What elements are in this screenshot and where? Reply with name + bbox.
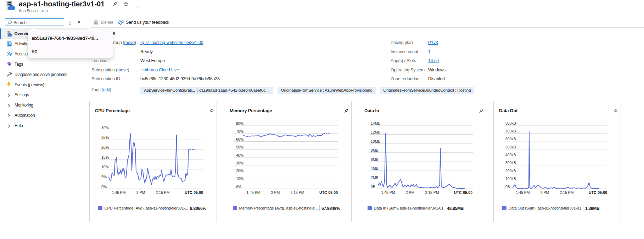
svg-text:2:15 PM: 2:15 PM — [425, 190, 439, 195]
svg-text:0B: 0B — [371, 185, 375, 189]
svg-text:UTC-05:00: UTC-05:00 — [589, 190, 607, 195]
svg-text:40%: 40% — [236, 153, 243, 157]
svg-text:600kB: 600kB — [505, 137, 516, 141]
svg-text:1:45 PM: 1:45 PM — [381, 190, 395, 195]
svg-text:4MB: 4MB — [371, 166, 379, 170]
svg-text:1:45 PM: 1:45 PM — [112, 190, 125, 195]
svg-text:0%: 0% — [101, 185, 107, 189]
svg-text:50%: 50% — [236, 145, 243, 149]
svg-text:30%: 30% — [101, 126, 109, 130]
svg-text:2MB: 2MB — [371, 175, 379, 180]
svg-text:2:15 PM: 2:15 PM — [290, 190, 304, 195]
svg-text:5%: 5% — [101, 175, 107, 179]
svg-text:2:15 PM: 2:15 PM — [156, 190, 169, 195]
svg-text:10%: 10% — [236, 176, 243, 181]
svg-text:10%: 10% — [101, 165, 109, 169]
svg-text:20%: 20% — [101, 145, 109, 150]
svg-text:14MB: 14MB — [371, 121, 380, 125]
svg-text:20%: 20% — [236, 169, 243, 173]
svg-text:1:45 PM: 1:45 PM — [516, 190, 530, 195]
svg-text:UTC-05:00: UTC-05:00 — [185, 190, 203, 195]
svg-text:0B: 0B — [505, 185, 510, 189]
svg-text:800kB: 800kB — [505, 121, 516, 125]
svg-text:UTC-05:00: UTC-05:00 — [319, 190, 338, 195]
svg-text:8MB: 8MB — [371, 148, 379, 152]
svg-text:60%: 60% — [236, 137, 243, 141]
svg-text:2 PM: 2 PM — [271, 190, 280, 195]
svg-text:100kB: 100kB — [505, 176, 516, 181]
svg-text:6MB: 6MB — [371, 157, 379, 162]
svg-text:UTC-05:00: UTC-05:00 — [454, 190, 472, 195]
svg-text:10MB: 10MB — [371, 139, 380, 143]
svg-text:500kB: 500kB — [505, 145, 516, 149]
svg-text:2:15 PM: 2:15 PM — [560, 190, 573, 195]
svg-text:200kB: 200kB — [505, 169, 516, 173]
svg-text:1:45 PM: 1:45 PM — [246, 190, 260, 195]
svg-text:25%: 25% — [101, 135, 109, 140]
svg-text:15%: 15% — [101, 155, 109, 159]
svg-text:80%: 80% — [236, 121, 243, 126]
svg-text:300kB: 300kB — [505, 161, 516, 165]
svg-text:2 PM: 2 PM — [541, 190, 549, 195]
svg-text:70%: 70% — [236, 129, 243, 134]
svg-text:2 PM: 2 PM — [406, 190, 415, 195]
svg-text:30%: 30% — [236, 161, 243, 165]
svg-text:400kB: 400kB — [505, 153, 516, 157]
svg-text:2 PM: 2 PM — [136, 190, 145, 195]
svg-text:700kB: 700kB — [505, 129, 516, 133]
svg-text:12MB: 12MB — [371, 130, 380, 134]
svg-text:0%: 0% — [236, 185, 241, 189]
